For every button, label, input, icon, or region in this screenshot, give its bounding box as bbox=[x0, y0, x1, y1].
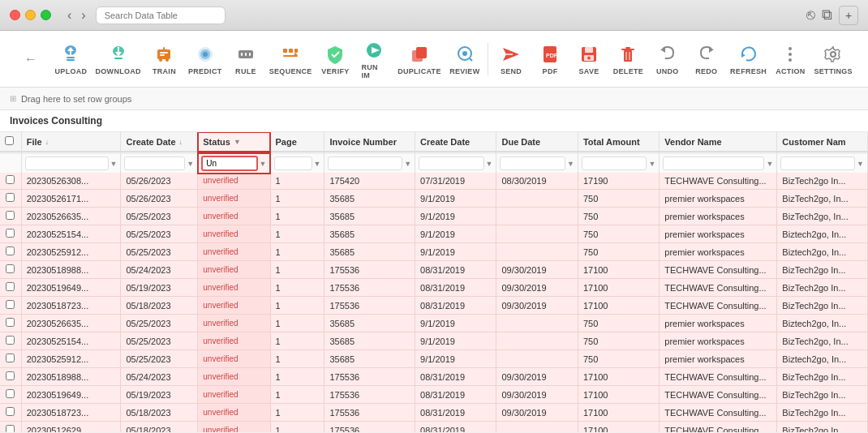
filter-input-invoiceNumber[interactable] bbox=[328, 156, 402, 170]
cell-file-3: 20230525154... bbox=[21, 225, 121, 243]
download-button[interactable]: DOWNLOAD bbox=[93, 40, 144, 79]
undo-button[interactable]: UNDO bbox=[650, 40, 685, 79]
table-row[interactable]: 20230526635...05/25/2023unverified135685… bbox=[0, 315, 868, 332]
forward-button[interactable]: › bbox=[78, 6, 88, 24]
row-checkbox-9[interactable] bbox=[6, 336, 15, 345]
upload-button[interactable]: UPLoAd bbox=[52, 40, 90, 79]
filter-input-vendorName[interactable] bbox=[663, 156, 764, 170]
review-button[interactable]: REVIEW bbox=[446, 40, 483, 79]
cell-dueDate-2 bbox=[496, 208, 578, 225]
redo-button[interactable]: REDO bbox=[689, 40, 724, 79]
table-row[interactable]: 20230519649...05/19/2023unverified117553… bbox=[0, 386, 868, 404]
col-header-invoiceNumber: Invoice Number bbox=[324, 132, 415, 152]
filter-toggle-status[interactable]: ▼ bbox=[260, 160, 267, 168]
filter-toggle-customerName[interactable]: ▼ bbox=[857, 160, 864, 168]
sort-icon-file[interactable]: ↓ bbox=[45, 138, 49, 146]
filter-toggle-createDate2[interactable]: ▼ bbox=[486, 160, 493, 168]
row-checkbox-1[interactable] bbox=[6, 193, 15, 202]
send-button[interactable]: SEND bbox=[493, 40, 529, 79]
table-row[interactable]: 20230512629...05/18/2023unverified117553… bbox=[0, 422, 868, 433]
filter-toggle-createDate1[interactable]: ▼ bbox=[187, 160, 194, 168]
row-group-zone[interactable]: ⊞ Drag here to set row groups bbox=[0, 88, 868, 110]
table-row[interactable]: 20230518988...05/24/2023unverified117553… bbox=[0, 368, 868, 386]
action-button[interactable]: ACTION bbox=[772, 40, 808, 79]
row-checkbox-2[interactable] bbox=[6, 211, 15, 220]
cell-totalAmount-0: 17190 bbox=[578, 172, 659, 190]
row-checkbox-8[interactable] bbox=[6, 318, 15, 327]
search-input[interactable] bbox=[96, 6, 226, 24]
train-button[interactable]: TRAIN bbox=[146, 40, 182, 79]
filter-toggle-totalAmount[interactable]: ▼ bbox=[648, 160, 655, 168]
cell-vendorName-14: TECHWAVE Consulting... bbox=[660, 422, 777, 433]
row-checkbox-5[interactable] bbox=[6, 264, 15, 273]
row-checkbox-3[interactable] bbox=[6, 229, 15, 238]
filter-toggle-file[interactable]: ▼ bbox=[110, 160, 118, 168]
svg-rect-2 bbox=[70, 51, 71, 55]
filter-toggle-page[interactable]: ▼ bbox=[314, 160, 321, 168]
filter-input-page[interactable] bbox=[274, 156, 312, 170]
close-button[interactable] bbox=[10, 10, 20, 20]
sequence-button[interactable]: SEQUENCE bbox=[267, 40, 314, 79]
svg-line-33 bbox=[470, 58, 472, 61]
filter-input-createDate2[interactable] bbox=[419, 156, 484, 170]
row-checkbox-11[interactable] bbox=[6, 371, 15, 380]
row-checkbox-10[interactable] bbox=[6, 354, 15, 362]
delete-button[interactable]: DELETE bbox=[610, 40, 647, 79]
tile-button[interactable]: ⧉ bbox=[822, 6, 832, 24]
duplicate-button[interactable]: DUPLICATE bbox=[395, 40, 443, 79]
sort-icon-createDate1[interactable]: ↓ bbox=[179, 138, 183, 146]
row-checkbox-7[interactable] bbox=[6, 300, 15, 309]
table-row[interactable]: 20230525912...05/25/2023unverified135685… bbox=[0, 243, 868, 261]
table-row[interactable]: 20230525154...05/25/2023unverified135685… bbox=[0, 332, 868, 350]
back-nav-button[interactable]: ← bbox=[13, 45, 49, 74]
cell-createDate2-11: 08/31/2019 bbox=[415, 368, 496, 386]
save-button[interactable]: SAVE bbox=[571, 40, 607, 79]
undo-label: UNDO bbox=[656, 67, 679, 75]
pdf-button[interactable]: PDF PDF bbox=[532, 40, 568, 79]
row-checkbox-12[interactable] bbox=[6, 389, 15, 398]
filter-input-customerName[interactable] bbox=[780, 156, 855, 170]
filter-input-dueDate[interactable] bbox=[500, 156, 565, 170]
table-row[interactable]: 20230526635...05/25/2023unverified135685… bbox=[0, 208, 868, 225]
table-row[interactable]: 20230526171...05/26/2023unverified135685… bbox=[0, 190, 868, 208]
cell-page-13: 1 bbox=[270, 404, 324, 422]
share-button[interactable]: ⎋ bbox=[806, 6, 815, 24]
back-button[interactable]: ‹ bbox=[64, 6, 75, 24]
cell-status-0: unverified bbox=[198, 172, 270, 190]
row-checkbox-4[interactable] bbox=[6, 247, 15, 255]
filter-input-status[interactable] bbox=[201, 156, 257, 171]
runim-button[interactable]: RUN IM bbox=[356, 36, 392, 83]
cell-page-0: 1 bbox=[270, 172, 324, 190]
table-row[interactable]: 20230518988...05/24/2023unverified117553… bbox=[0, 261, 868, 279]
filter-input-file[interactable] bbox=[25, 156, 109, 170]
table-row[interactable]: 20230525154...05/25/2023unverified135685… bbox=[0, 225, 868, 243]
table-row[interactable]: 20230519649...05/19/2023unverified117553… bbox=[0, 279, 868, 297]
filter-input-totalAmount[interactable] bbox=[582, 156, 647, 170]
minimize-button[interactable] bbox=[25, 10, 36, 20]
row-checkbox-0[interactable] bbox=[6, 175, 15, 184]
row-checkbox-6[interactable] bbox=[6, 282, 15, 291]
refresh-button[interactable]: REFRESH bbox=[728, 40, 770, 79]
predict-button[interactable]: PREDICT bbox=[185, 40, 225, 79]
table-row[interactable]: 20230518723...05/18/2023unverified117553… bbox=[0, 404, 868, 422]
maximize-button[interactable] bbox=[41, 10, 51, 20]
settings-button[interactable]: SETTINGS bbox=[811, 40, 855, 79]
filter-toggle-invoiceNumber[interactable]: ▼ bbox=[404, 160, 411, 168]
table-row[interactable]: 20230525912...05/25/2023unverified135685… bbox=[0, 350, 868, 368]
filter-input-createDate1[interactable] bbox=[124, 156, 185, 170]
cell-dueDate-6: 09/30/2019 bbox=[496, 279, 578, 297]
table-row[interactable]: 20230518723...05/18/2023unverified117553… bbox=[0, 297, 868, 315]
delete-icon bbox=[617, 43, 639, 66]
select-all-checkbox[interactable] bbox=[5, 136, 14, 145]
filter-toggle-vendorName[interactable]: ▼ bbox=[766, 160, 773, 168]
add-tab-button[interactable]: + bbox=[839, 6, 858, 25]
row-checkbox-14[interactable] bbox=[6, 425, 15, 432]
verify-icon bbox=[324, 43, 346, 66]
cell-totalAmount-7: 17100 bbox=[578, 297, 659, 315]
filter-toggle-dueDate[interactable]: ▼ bbox=[567, 160, 574, 168]
verify-button[interactable]: VERIFY bbox=[317, 40, 353, 79]
row-checkbox-13[interactable] bbox=[6, 407, 15, 416]
filter-icon-status[interactable]: ▼ bbox=[234, 138, 241, 146]
rule-button[interactable]: RULE bbox=[228, 40, 264, 79]
table-row[interactable]: 20230526308...05/26/2023unverified117542… bbox=[0, 172, 868, 190]
